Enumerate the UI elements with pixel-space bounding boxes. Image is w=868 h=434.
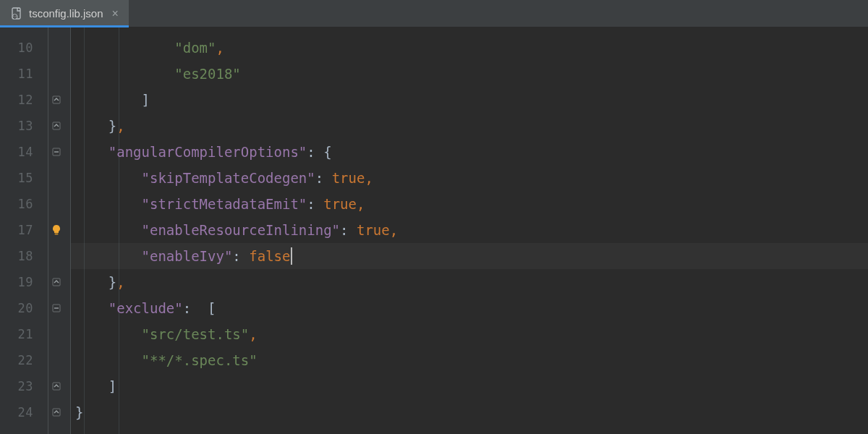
line-number: 17 [0, 217, 42, 243]
gutter-cell [42, 35, 71, 61]
line-number: 20 [0, 295, 42, 321]
gutter-cell [42, 191, 71, 217]
tab-filename: tsconfig.lib.json [29, 7, 103, 20]
gutter-cell [42, 321, 71, 347]
line-number: 22 [0, 347, 42, 373]
code-line[interactable]: } [71, 399, 868, 425]
code-line[interactable]: ] [71, 373, 868, 399]
svg-rect-9 [53, 409, 60, 416]
code-line[interactable]: }, [71, 113, 868, 139]
token-bool: false [249, 248, 290, 264]
code-area[interactable]: "dom", "es2018" ] }, "angularCompilerOpt… [71, 27, 868, 434]
token-punct: , [116, 118, 124, 134]
token-str: "dom" [174, 40, 216, 56]
line-number: 13 [0, 113, 42, 139]
fold-toggle-icon[interactable] [42, 269, 71, 295]
line-number: 11 [0, 61, 42, 87]
token-plain: } [75, 404, 83, 420]
fold-toggle-icon[interactable] [42, 113, 71, 139]
code-line[interactable]: "**/*.spec.ts" [71, 347, 868, 373]
fold-toggle-icon[interactable] [42, 87, 71, 113]
token-bool: true [332, 170, 365, 186]
svg-point-1 [12, 14, 17, 19]
token-plain: } [109, 118, 116, 134]
token-key: "skipTemplateCodegen" [142, 170, 315, 186]
line-number: 24 [0, 399, 42, 425]
token-key: "strictMetadataEmit" [142, 196, 307, 212]
line-number-gutter: 101112131415161718192021222324 [0, 27, 42, 434]
svg-rect-5 [55, 234, 59, 235]
token-str: "es2018" [174, 66, 241, 82]
token-plain: : [307, 196, 323, 212]
close-icon[interactable]: × [112, 7, 119, 20]
code-line[interactable]: "src/test.ts", [71, 321, 868, 347]
token-plain: } [109, 274, 116, 290]
code-line[interactable]: "exclude": [ [71, 295, 868, 321]
code-line[interactable]: "strictMetadataEmit": true, [71, 191, 868, 217]
token-key: "angularCompilerOptions" [109, 144, 307, 160]
code-line[interactable]: ] [71, 87, 868, 113]
line-number: 15 [0, 165, 42, 191]
svg-rect-3 [53, 122, 60, 129]
line-number: 10 [0, 35, 42, 61]
line-number: 14 [0, 139, 42, 165]
fold-toggle-icon[interactable] [42, 399, 71, 425]
token-plain: : [340, 222, 357, 238]
code-line[interactable]: "skipTemplateCodegen": true, [71, 165, 868, 191]
token-plain: : [315, 170, 332, 186]
token-punct: , [390, 222, 398, 238]
gutter-cell [42, 347, 71, 373]
token-bool: true [357, 222, 390, 238]
tab-bar: tsconfig.lib.json × [0, 0, 868, 27]
gutter-cell [42, 61, 71, 87]
icon-gutter [42, 27, 71, 434]
line-number: 23 [0, 373, 42, 399]
token-plain: ] [109, 378, 116, 394]
line-number: 18 [0, 243, 42, 269]
token-str: "**/*.spec.ts" [142, 352, 258, 368]
token-bool: true [323, 196, 357, 212]
line-number: 12 [0, 87, 42, 113]
token-punct: , [357, 196, 365, 212]
code-line[interactable]: "es2018" [71, 61, 868, 87]
tab-tsconfig-lib-json[interactable]: tsconfig.lib.json × [0, 0, 129, 27]
token-str: "src/test.ts" [142, 326, 250, 342]
text-caret [291, 247, 292, 265]
token-punct: , [216, 40, 224, 56]
svg-rect-8 [53, 383, 60, 390]
json-file-icon [10, 7, 23, 20]
code-line[interactable]: }, [71, 269, 868, 295]
token-plain: : [ [183, 300, 216, 316]
svg-rect-2 [53, 96, 60, 103]
token-punct: , [365, 170, 373, 186]
token-key: "exclude" [109, 300, 183, 316]
svg-rect-6 [53, 278, 60, 286]
token-key: "enableIvy" [142, 248, 233, 264]
fold-toggle-icon[interactable] [42, 373, 71, 399]
intention-bulb-icon[interactable] [42, 217, 71, 243]
line-number: 21 [0, 321, 42, 347]
token-key: "enableResourceInlining" [142, 222, 341, 238]
code-line[interactable]: "enableIvy": false [71, 243, 868, 269]
gutter-cell [42, 243, 71, 269]
code-line[interactable]: "dom", [71, 35, 868, 61]
fold-toggle-icon[interactable] [42, 139, 71, 165]
code-line[interactable]: "angularCompilerOptions": { [71, 139, 868, 165]
code-line[interactable]: "enableResourceInlining": true, [71, 217, 868, 243]
fold-toggle-icon[interactable] [42, 295, 71, 321]
line-number: 19 [0, 269, 42, 295]
token-punct: , [249, 326, 257, 342]
gutter-cell [42, 165, 71, 191]
token-plain: : [232, 248, 249, 264]
token-punct: , [116, 274, 124, 290]
token-plain: ] [142, 92, 150, 108]
editor[interactable]: 101112131415161718192021222324 "dom", "e… [0, 27, 868, 434]
line-number: 16 [0, 191, 42, 217]
token-plain: : { [307, 144, 331, 160]
